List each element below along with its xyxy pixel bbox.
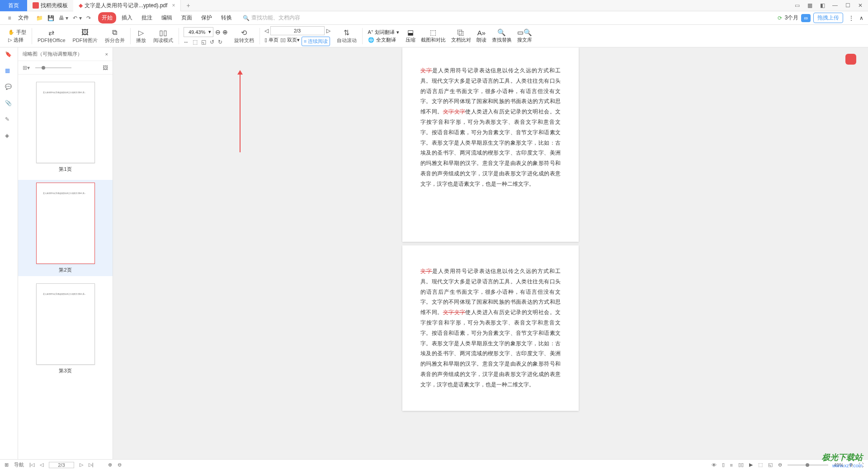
tab-insert[interactable]: 插入 <box>118 12 136 24</box>
select-tool[interactable]: ▷选择 <box>8 37 26 43</box>
thumbnail-preview: 是人类用符号记录表达信息以传之久远的方式和工具... <box>36 183 95 264</box>
grid-icon[interactable]: ▦ <box>807 2 813 9</box>
struck-text: 文字文字 <box>443 108 466 115</box>
close-window-icon[interactable]: ✕ <box>857 2 863 9</box>
crop-view-icon[interactable]: ◱ <box>768 462 773 468</box>
skin-icon[interactable]: ◧ <box>819 2 826 9</box>
continuous-read[interactable]: ≡ 连续阅读 <box>302 37 330 46</box>
quick-access-toolbar: 📁 💾 🖶 ▾ ↶ ▾ ↷ <box>36 15 91 21</box>
tab-home[interactable]: 首页 <box>0 0 27 11</box>
attachment-icon[interactable]: 📎 <box>5 100 13 108</box>
hand-icon: ✋ <box>8 29 14 35</box>
collapse-icon[interactable]: ∧ <box>859 15 863 21</box>
outline-toggle-icon[interactable]: ⊞ <box>5 462 9 468</box>
cloud-sync-icon[interactable]: ∞ <box>801 14 811 22</box>
tab-close-icon[interactable]: × <box>172 2 175 9</box>
main-area: 🔖 ▦ 💬 📎 ✎ ◈ 缩略图（可拖动调整顺序） × ⊞▾ 🖼 是人类用符号记录… <box>0 47 868 459</box>
tab-templates[interactable]: 找稻壳模板 <box>27 0 73 11</box>
tab-document[interactable]: ◆ 文字是人类用符号记录...ypted).pdf × <box>73 0 181 11</box>
zoom-fit-icon[interactable]: ⊕ <box>108 462 112 468</box>
thumb-view-icon[interactable]: 🖼 <box>103 65 108 71</box>
cloud-status-icon[interactable]: ⟳ <box>778 15 782 21</box>
undo-icon[interactable]: ↶ ▾ <box>73 15 81 21</box>
layers-icon[interactable]: ◈ <box>5 132 13 141</box>
minimize-icon[interactable]: — <box>832 2 838 9</box>
zoom-out-status-icon[interactable]: ⊖ <box>778 462 782 468</box>
page-number-input[interactable]: 2/3 <box>49 462 74 468</box>
zoom-in-icon[interactable]: ⊕ <box>222 28 228 36</box>
screenshot-compare[interactable]: ⬚截图和对比 <box>418 28 448 43</box>
save-icon[interactable]: 💾 <box>47 15 54 21</box>
auto-scroll[interactable]: ⇅自动滚动 <box>333 25 360 47</box>
open-icon[interactable]: 📁 <box>36 15 43 21</box>
full-translate[interactable]: 🌐全文翻译 <box>368 37 399 43</box>
tab-edit[interactable]: 编辑 <box>158 12 176 24</box>
zoom-actual-icon[interactable]: ⊖ <box>118 462 122 468</box>
rotate-doc[interactable]: ⟲旋转文档 <box>231 25 258 47</box>
tab-annotate[interactable]: 批注 <box>138 12 156 24</box>
print-icon[interactable]: 🖶 ▾ <box>59 15 68 21</box>
new-tab-button[interactable]: + <box>181 2 195 9</box>
next-page-icon[interactable]: ▷ <box>326 28 330 34</box>
sort-icon[interactable]: ⊞▾ <box>23 65 30 71</box>
tab-protect[interactable]: 保护 <box>198 12 216 24</box>
nav-label[interactable]: 导航 <box>14 461 24 468</box>
prev-page-icon[interactable]: ◁ <box>40 462 43 468</box>
play-button[interactable]: ▷播放 <box>132 25 150 47</box>
close-panel-icon[interactable]: × <box>105 52 108 57</box>
single-page[interactable]: ▯ 单页 <box>264 37 278 46</box>
eye-icon[interactable]: 👁 <box>712 462 717 468</box>
file-compare[interactable]: ⿻文档比对 <box>448 29 474 43</box>
search-box[interactable]: 🔍 查找功能、文档内容 <box>243 14 300 22</box>
bookmark-icon[interactable]: 🔖 <box>5 51 13 59</box>
rotate-left-icon[interactable]: ↺ <box>210 39 214 45</box>
more-icon[interactable]: ⋮ <box>849 15 854 21</box>
read-aloud[interactable]: A»朗读 <box>474 29 489 43</box>
read-mode[interactable]: ▯▯阅读模式 <box>150 25 177 47</box>
layout-icon[interactable]: ▭ <box>794 2 800 9</box>
view-single-icon[interactable]: ▯ <box>722 462 725 468</box>
signature-icon[interactable]: ✎ <box>5 116 13 124</box>
find-replace[interactable]: 🔍查找替换 <box>489 28 514 43</box>
split-merge[interactable]: ⧉拆分合并 <box>101 25 128 47</box>
fit-page-icon[interactable]: ⬚ <box>193 39 198 45</box>
maximize-icon[interactable]: ☐ <box>844 2 851 9</box>
thumbnail-icon[interactable]: ▦ <box>5 67 13 75</box>
page-indicator[interactable]: 2/3 <box>270 26 325 35</box>
redo-icon[interactable]: ↷ <box>86 15 91 21</box>
compress[interactable]: ⬓压缩 <box>403 28 418 43</box>
file-menu[interactable]: 文件 <box>15 14 32 22</box>
tab-convert[interactable]: 转换 <box>217 12 236 24</box>
floating-action-badge[interactable] <box>845 54 856 65</box>
thumbnail-size-slider[interactable] <box>35 67 71 68</box>
view-double-icon[interactable]: ▯▯ <box>738 462 744 468</box>
upload-button[interactable]: 拖拽上传 <box>813 13 843 23</box>
tab-start[interactable]: 开始 <box>98 12 116 24</box>
document-canvas[interactable]: 文字是人类用符号记录表达信息以传之久远的方式和工具。现代文字大多是记录语言的工具… <box>113 47 868 459</box>
fit-icon[interactable]: ⬚ <box>758 462 763 468</box>
view-continuous-icon[interactable]: ≡ <box>730 462 733 468</box>
actual-size-icon[interactable]: ◱ <box>201 39 206 45</box>
word-translate[interactable]: Aᵀ划词翻译▾ <box>368 29 399 36</box>
hand-tool[interactable]: ✋手型 <box>8 29 26 36</box>
pdf-to-image[interactable]: 🖼PDF转图片 <box>69 25 101 47</box>
thumbnail-list[interactable]: 是人类用符号记录表达信息以传之久远的方式和工具... 第1页 是人类用符号记录表… <box>18 75 113 459</box>
hamburger-icon[interactable]: ≡ <box>5 13 14 23</box>
thumbnail-item[interactable]: 是人类用符号记录表达信息以传之久远的方式和工具... 第3页 <box>18 281 113 377</box>
search-library[interactable]: ▭🔍搜文库 <box>514 28 535 43</box>
tab-page[interactable]: 页面 <box>178 12 196 24</box>
next-page-icon[interactable]: ▷ <box>80 462 83 468</box>
thumbnail-item[interactable]: 是人类用符号记录表达信息以传之久远的方式和工具... 第1页 <box>18 79 113 175</box>
comment-icon[interactable]: 💬 <box>5 84 13 92</box>
play-slideshow-icon[interactable]: ▶ <box>749 462 753 468</box>
rotate-right-icon[interactable]: ↻ <box>218 39 222 45</box>
last-page-icon[interactable]: ▷| <box>89 462 94 468</box>
first-page-icon[interactable]: |◁ <box>29 462 34 468</box>
double-page[interactable]: ▯▯ 双页▾ <box>280 37 300 46</box>
zoom-out-icon[interactable]: ⊖ <box>215 28 221 36</box>
zoom-value-box[interactable]: 49.43%▾ <box>184 27 213 37</box>
prev-page-icon[interactable]: ◁ <box>264 28 269 34</box>
fit-width-icon[interactable]: ↔ <box>184 39 189 45</box>
pdf-to-office[interactable]: ⇄PDF转Office <box>34 25 69 47</box>
thumbnail-item[interactable]: 是人类用符号记录表达信息以传之久远的方式和工具... 第2页 <box>18 180 113 276</box>
